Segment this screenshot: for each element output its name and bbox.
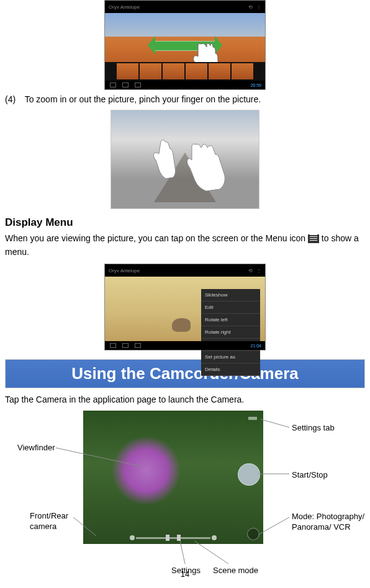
picture-context-menu: Slideshow Edit Rotate left Rotate right … <box>201 289 260 376</box>
swipe-gesture-screenshot: Oryx Antelope ⟲⋮ 20:59 <box>104 0 266 90</box>
callout-scene-mode: Scene mode <box>213 566 258 575</box>
hand-pinch-left-icon <box>145 135 179 185</box>
callout-front-rear: Front/Rear camera <box>30 511 79 532</box>
camera-shutter-icon <box>238 463 260 486</box>
page-number: 14 <box>181 569 189 579</box>
hand-pinch-right-icon <box>183 138 232 197</box>
menu-item-edit: Edit <box>201 301 260 314</box>
tablet-time: 20:59 <box>250 83 265 87</box>
section-banner: Using the Camcorder/Camera <box>5 359 365 388</box>
menu-item-rotate-right: Rotate right <box>201 326 260 339</box>
camera-intro-text: Tap the Camera in the application page t… <box>5 394 365 404</box>
camera-bottom-slider <box>136 537 210 539</box>
instruction-number: (4) <box>5 94 22 106</box>
callout-viewfinder: Viewfinder <box>17 443 55 452</box>
menu-icon <box>308 234 319 243</box>
camera-settings-tab-icon <box>248 417 257 420</box>
svg-line-3 <box>194 541 228 564</box>
instruction-4: (4) To zoom in or out the picture, pinch… <box>5 94 365 106</box>
display-menu-screenshot: Oryx Antelope ⟲⋮ Slideshow Edit Rotate l… <box>104 264 266 350</box>
svg-line-4 <box>261 419 289 427</box>
menu-item-rotate-left: Rotate left <box>201 314 260 326</box>
camera-viewfinder-screenshot <box>83 411 263 544</box>
tablet-title: Oryx Antelope <box>109 4 140 10</box>
svg-line-2 <box>180 541 185 564</box>
camera-diagram: Viewfinder Front/Rear camera Settings Sc… <box>5 411 365 584</box>
camera-mode-icon <box>247 528 259 540</box>
instruction-text: To zoom in or out the picture, pinch you… <box>25 94 261 104</box>
callout-settings-tab: Settings tab <box>292 423 335 432</box>
pinch-gesture-screenshot <box>111 110 259 209</box>
display-menu-text: When you are viewing the picture, you ca… <box>5 231 365 259</box>
callout-start-stop: Start/Stop <box>292 470 328 479</box>
display-menu-heading: Display Menu <box>5 216 365 229</box>
callout-mode: Mode: Photography/ Panorama/ VCR <box>292 512 370 533</box>
menu-item-slideshow: Slideshow <box>201 289 260 301</box>
menu-item-details: Details <box>201 363 260 376</box>
menu-item-set-as: Set picture as <box>201 351 260 363</box>
